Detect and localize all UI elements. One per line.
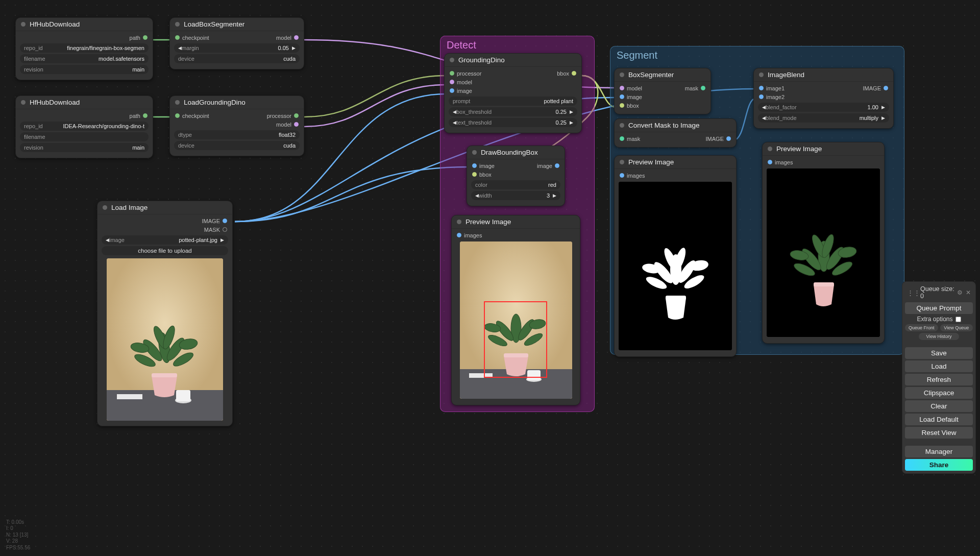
- widget-blend-factor[interactable]: ◀blend_factor1.00▶: [758, 103, 889, 112]
- node-title: BoxSegmenter: [628, 71, 674, 79]
- output-model: model: [276, 35, 291, 41]
- save-button[interactable]: Save: [905, 347, 973, 359]
- clipspace-button[interactable]: Clipspace: [905, 387, 973, 399]
- output-model: model: [276, 122, 291, 128]
- extra-options-checkbox[interactable]: [955, 317, 961, 322]
- preview-original: [107, 258, 223, 421]
- widget-blend-mode[interactable]: ◀blend_modemultiply▶: [758, 113, 889, 123]
- widget-filename[interactable]: filename: [20, 132, 149, 141]
- queue-prompt-button[interactable]: Queue Prompt: [905, 302, 973, 314]
- svg-rect-22: [504, 353, 528, 357]
- upload-button[interactable]: choose file to upload: [102, 246, 228, 255]
- widget-device[interactable]: devicecuda: [174, 141, 300, 150]
- output-image: image: [537, 163, 552, 169]
- node-boxsegmenter[interactable]: BoxSegmenter modelmask image bbox: [614, 68, 711, 114]
- node-title: ImageBlend: [768, 71, 804, 79]
- node-title: GroundingDino: [458, 56, 505, 64]
- node-title: DrawBoundingBox: [481, 149, 538, 156]
- close-icon[interactable]: ✕: [966, 289, 971, 296]
- widget-revision[interactable]: revisionmain: [20, 143, 149, 152]
- input-image2: image2: [766, 94, 785, 100]
- svg-rect-20: [527, 370, 541, 380]
- node-title: Convert Mask to Image: [628, 122, 700, 129]
- input-processor: processor: [457, 70, 481, 77]
- arrow-left-icon: ◀: [178, 45, 182, 51]
- node-preview-mask[interactable]: Preview Image images: [614, 155, 737, 357]
- node-title: HfHubDownload: [30, 99, 80, 106]
- node-loadboxsegmenter[interactable]: LoadBoxSegmenter checkpointmodel ◀margin…: [169, 17, 304, 69]
- widget-image-select[interactable]: ◀imagepotted-plant.jpg▶: [102, 235, 228, 245]
- node-preview-detect[interactable]: Preview Image images: [451, 215, 580, 405]
- input-bbox: bbox: [479, 172, 492, 178]
- output-image: IMAGE: [863, 85, 881, 91]
- input-images: images: [464, 232, 482, 238]
- group-detect-title: Detect: [447, 39, 588, 51]
- node-hfhubdownload-1[interactable]: HfHubDownload path repo_idfinegrain/fine…: [15, 17, 153, 80]
- reset-view-button[interactable]: Reset View: [905, 427, 973, 439]
- queue-front-button[interactable]: Queue Front: [905, 324, 938, 331]
- widget-prompt[interactable]: promptpotted plant: [449, 96, 577, 106]
- widget-width[interactable]: ◀width3▶: [471, 191, 560, 200]
- svg-rect-5: [117, 394, 142, 399]
- extra-options[interactable]: Extra options: [905, 316, 973, 323]
- node-title: Load Image: [111, 204, 148, 211]
- side-menu[interactable]: ⋮⋮ Queue size: 0 ⚙✕ Queue Prompt Extra o…: [902, 281, 976, 474]
- input-images: images: [775, 159, 793, 165]
- input-image: image: [479, 163, 495, 169]
- output-image: IMAGE: [706, 136, 724, 142]
- svg-rect-4: [176, 390, 190, 401]
- widget-repo-id[interactable]: repo_idfinegrain/finegrain-box-segmen: [20, 43, 149, 53]
- widget-revision[interactable]: revisionmain: [20, 65, 149, 74]
- share-button[interactable]: Share: [905, 459, 973, 471]
- node-title: LoadBoxSegmenter: [184, 20, 244, 28]
- widget-text-threshold[interactable]: ◀text_threshold0.25▶: [449, 118, 577, 127]
- input-checkpoint: checkpoint: [182, 113, 209, 119]
- queue-size-label: Queue size: 0: [920, 285, 957, 300]
- widget-color[interactable]: colorred: [471, 180, 560, 189]
- node-groundingdino[interactable]: GroundingDino processorbbox model image …: [444, 53, 582, 133]
- node-hfhubdownload-2[interactable]: HfHubDownload path repo_idIDEA-Research/…: [15, 95, 153, 158]
- node-title: Preview Image: [628, 158, 674, 166]
- view-queue-button[interactable]: View Queue: [940, 324, 973, 331]
- node-load-image[interactable]: Load Image IMAGE MASK ◀imagepotted-plant…: [97, 201, 233, 426]
- input-images: images: [627, 173, 645, 179]
- node-title: LoadGroundingDino: [184, 99, 246, 106]
- widget-dtype[interactable]: dtypefloat32: [174, 130, 300, 139]
- node-loadgroundingdino[interactable]: LoadGroundingDino checkpointprocessor mo…: [169, 95, 304, 156]
- debug-overlay: T: 0.00s I: 0 N: 13 [13] V: 28 FPS:55.56: [6, 519, 30, 551]
- load-default-button[interactable]: Load Default: [905, 414, 973, 425]
- node-preview-blend[interactable]: Preview Image images: [762, 142, 885, 344]
- clear-button[interactable]: Clear: [905, 400, 973, 412]
- widget-margin[interactable]: ◀margin0.05▶: [174, 43, 300, 53]
- node-imageblend[interactable]: ImageBlend image1IMAGE image2 ◀blend_fac…: [753, 68, 894, 129]
- preview-blend-image: [767, 168, 880, 337]
- group-segment-title: Segment: [617, 50, 898, 61]
- gear-icon[interactable]: ⚙: [957, 289, 963, 296]
- input-bbox: bbox: [627, 103, 639, 109]
- input-model: model: [627, 85, 642, 91]
- input-image: image: [457, 88, 472, 94]
- node-title: Preview Image: [465, 218, 511, 226]
- drag-handle-icon[interactable]: ⋮⋮: [907, 289, 920, 297]
- node-title: HfHubDownload: [30, 20, 80, 28]
- view-history-button[interactable]: View History: [919, 333, 960, 340]
- output-mask: MASK: [204, 227, 220, 233]
- svg-rect-6: [152, 373, 177, 377]
- widget-box-threshold[interactable]: ◀box_threshold0.25▶: [449, 107, 577, 116]
- widget-device[interactable]: devicecuda: [174, 54, 300, 63]
- output-image: IMAGE: [202, 218, 220, 224]
- arrow-right-icon: ▶: [292, 45, 296, 51]
- svg-rect-32: [666, 296, 686, 300]
- node-drawboundingbox[interactable]: DrawBoundingBox imageimage bbox colorred…: [467, 146, 565, 206]
- output-path: path: [130, 113, 140, 119]
- output-mask: mask: [685, 85, 698, 91]
- widget-filename[interactable]: filenamemodel.safetensors: [20, 54, 149, 63]
- refresh-button[interactable]: Refresh: [905, 374, 973, 385]
- widget-repo-id[interactable]: repo_idIDEA-Research/grounding-dino-t: [20, 122, 149, 131]
- node-mask-to-image[interactable]: Convert Mask to Image maskIMAGE: [614, 118, 737, 148]
- load-button[interactable]: Load: [905, 360, 973, 372]
- input-mask: mask: [627, 136, 640, 142]
- input-image: image: [627, 94, 642, 100]
- node-title: Preview Image: [776, 145, 822, 153]
- manager-button[interactable]: Manager: [905, 446, 973, 457]
